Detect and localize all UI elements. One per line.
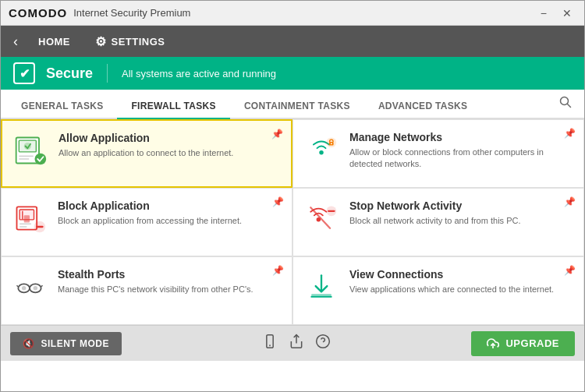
stop-network-text: Stop Network Activity Block all network … [349,200,571,227]
view-connections-desc: View applications which are connected to… [349,284,571,295]
back-button[interactable]: ‹ [7,30,24,53]
phone-icon[interactable] [262,334,278,353]
silent-mode-label: SILENT MODE [41,338,110,349]
stealth-ports-text: Stealth Ports Manage this PC's network v… [58,268,279,295]
svg-point-8 [319,150,324,155]
silent-mode-icon: 🔇 [23,338,35,349]
tab-firewall-tasks[interactable]: FIREWALL TASKS [117,94,229,119]
home-label: HOME [38,36,70,48]
stealth-ports-icon [11,268,48,305]
stealth-ports-pin: 📌 [272,265,284,276]
svg-point-30 [22,286,26,291]
stop-network-icon [303,200,340,237]
nav-settings[interactable]: ⚙ SETTINGS [84,30,176,54]
upgrade-button[interactable]: UPGRADE [471,331,575,356]
upgrade-label: UPGRADE [505,337,559,349]
minimize-button[interactable]: − [536,5,551,21]
statusbar: ✔ Secure All systems are active and runn… [1,57,584,90]
app-subtitle: Internet Security Premium [73,7,190,19]
tabs-bar: GENERAL TASKS FIREWALL TASKS CONTAINMENT… [1,90,584,119]
svg-point-7 [35,154,47,165]
nav-home[interactable]: HOME [27,31,81,52]
titlebar-left: COMODO Internet Security Premium [9,6,190,19]
block-application-icon [11,200,48,237]
view-connections-text: View Connections View applications which… [349,268,571,295]
task-manage-networks[interactable]: Manage Networks Allow or block connectio… [292,119,584,188]
bottom-icons [262,334,331,353]
allow-application-pin: 📌 [271,129,283,139]
tab-advanced-tasks[interactable]: ADVANCED TASKS [364,94,481,119]
manage-networks-title: Manage Networks [349,131,571,143]
secure-label: Secure [46,65,93,82]
svg-line-1 [568,104,571,108]
block-application-pin: 📌 [272,196,284,207]
view-connections-icon [303,268,340,305]
svg-point-31 [34,286,37,291]
stop-network-desc: Block all network activity to and from t… [349,215,571,227]
allow-application-text: Allow Application Allow an application t… [58,132,278,159]
task-allow-application[interactable]: Allow Application Allow an application t… [1,119,292,188]
status-divider [107,64,108,83]
manage-networks-icon [303,131,340,168]
task-view-connections[interactable]: View Connections View applications which… [292,256,584,325]
stealth-ports-title: Stealth Ports [58,268,279,281]
help-icon[interactable] [315,334,331,353]
block-application-desc: Block an application from accessing the … [58,215,279,227]
bottombar: 🔇 SILENT MODE [1,325,584,361]
tasks-grid: Allow Application Allow an application t… [1,119,584,325]
titlebar: COMODO Internet Security Premium − ✕ [1,1,584,26]
search-button[interactable] [553,91,578,116]
tab-containment-tasks[interactable]: CONTAINMENT TASKS [230,94,364,119]
manage-networks-desc: Allow or block connections from other co… [349,147,571,171]
stealth-ports-desc: Manage this PC's network visibility from… [58,284,279,295]
block-application-title: Block Application [58,200,279,212]
manage-networks-text: Manage Networks Allow or block connectio… [349,131,571,171]
stop-network-title: Stop Network Activity [349,200,571,212]
app-logo: COMODO [9,6,67,19]
view-connections-pin: 📌 [564,265,576,276]
allow-application-title: Allow Application [58,132,278,144]
svg-line-28 [17,285,19,287]
block-application-text: Block Application Block an application f… [58,200,279,227]
tab-general-tasks[interactable]: GENERAL TASKS [7,94,117,119]
svg-point-11 [331,143,332,144]
allow-application-desc: Allow an application to connect to the i… [58,147,278,159]
svg-rect-14 [24,215,30,222]
task-stop-network-activity[interactable]: Stop Network Activity Block all network … [292,188,584,256]
manage-networks-pin: 📌 [564,128,576,139]
close-button[interactable]: ✕ [558,5,576,21]
gear-icon: ⚙ [95,34,107,49]
task-block-application[interactable]: Block Application Block an application f… [1,188,292,256]
secure-check-icon: ✔ [13,62,35,84]
svg-point-38 [317,335,330,348]
view-connections-title: View Connections [349,268,571,281]
status-message: All systems are active and running [122,68,276,79]
stop-network-pin: 📌 [564,196,576,207]
navbar: ‹ HOME ⚙ SETTINGS [1,26,584,57]
titlebar-controls: − ✕ [536,5,576,21]
share-icon[interactable] [289,334,304,353]
allow-application-icon [12,132,49,169]
task-stealth-ports[interactable]: Stealth Ports Manage this PC's network v… [1,256,292,325]
svg-line-29 [41,285,43,287]
silent-mode-button[interactable]: 🔇 SILENT MODE [10,332,122,355]
settings-label: SETTINGS [112,36,165,48]
